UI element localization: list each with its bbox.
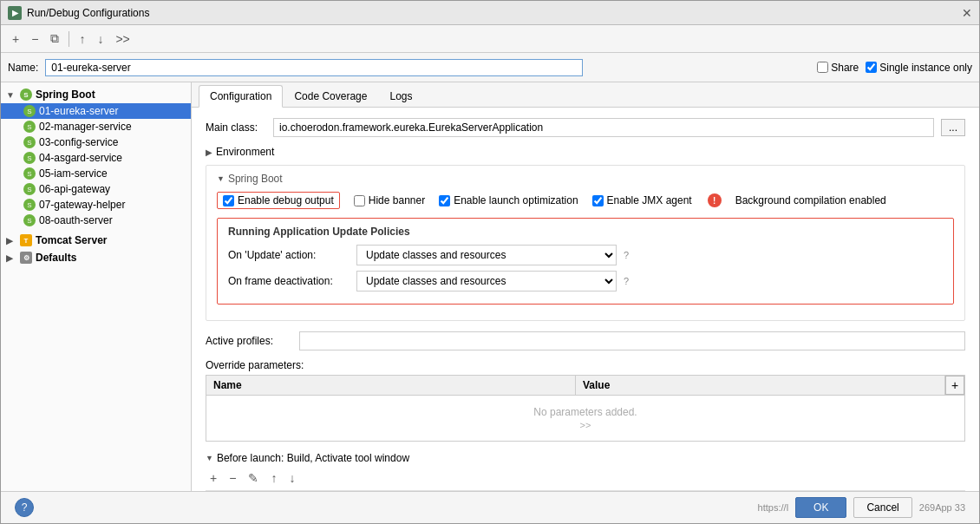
on-frame-help-icon[interactable]: ? xyxy=(624,276,629,286)
bl-move-up-button[interactable]: ↑ xyxy=(266,469,281,487)
sidebar-item-01-eureka-server[interactable]: S 01-eureka-server xyxy=(1,103,191,119)
sidebar-item-02-manager-service[interactable]: S 02-manager-service xyxy=(1,119,191,134)
item-icon-7: S xyxy=(23,214,36,226)
before-launch-toolbar: + − ✎ ↑ ↓ xyxy=(206,469,965,487)
before-launch-header: ▼ Before launch: Build, Activate tool wi… xyxy=(206,452,965,464)
sidebar-item-03-config-service[interactable]: S 03-config-service xyxy=(1,134,191,150)
on-frame-label: On frame deactivation: xyxy=(228,275,350,287)
name-input[interactable] xyxy=(45,59,583,76)
expand-icon: ▼ xyxy=(6,90,16,100)
environment-section-header[interactable]: ▶ Environment xyxy=(206,146,965,158)
browse-main-class-button[interactable]: ... xyxy=(941,119,965,136)
sidebar-item-08-oauth-server[interactable]: S 08-oauth-server xyxy=(1,213,191,228)
bottom-bar: ? https://l OK Cancel 269App 33 xyxy=(1,491,979,523)
environment-arrow: ▶ xyxy=(206,147,212,157)
more-button[interactable]: >> xyxy=(111,29,134,49)
copy-config-button[interactable]: ⧉ xyxy=(46,29,63,49)
on-frame-row: On frame deactivation: Update classes an… xyxy=(228,271,943,291)
cancel-button[interactable]: Cancel xyxy=(853,497,911,518)
policies-title: Running Application Update Policies xyxy=(228,226,943,238)
override-params-section: Override parameters: Name Value + No par… xyxy=(206,359,965,442)
on-update-help-icon[interactable]: ? xyxy=(624,250,629,260)
tomcat-icon: T xyxy=(20,234,32,246)
item-icon-2: S xyxy=(23,136,36,148)
title-bar: ▶ Run/Debug Configurations ✕ xyxy=(1,1,979,25)
bl-edit-button[interactable]: ✎ xyxy=(244,469,263,487)
defaults-group-header[interactable]: ▶ ⚙ Defaults xyxy=(1,249,191,266)
on-update-select[interactable]: Update classes and resources xyxy=(356,245,617,265)
tomcat-group-header[interactable]: ▶ T Tomcat Server xyxy=(1,232,191,249)
name-col-header: Name xyxy=(206,376,576,395)
sidebar-item-05-iam-service[interactable]: S 05-iam-service xyxy=(1,166,191,181)
item-label-7: 08-oauth-server xyxy=(39,214,113,226)
name-label: Name: xyxy=(8,62,38,74)
tab-code-coverage[interactable]: Code Coverage xyxy=(283,85,378,107)
add-param-button[interactable]: + xyxy=(945,376,964,395)
share-checkbox[interactable] xyxy=(817,62,828,73)
sidebar-item-04-asgard-service[interactable]: S 04-asgard-service xyxy=(1,150,191,166)
share-checkbox-label: Share xyxy=(817,62,859,74)
tab-logs[interactable]: Logs xyxy=(378,85,423,107)
toolbar: + − ⧉ ↑ ↓ >> xyxy=(1,25,979,53)
bl-add-button[interactable]: + xyxy=(206,469,221,487)
value-col-header: Value xyxy=(576,376,945,395)
item-label-5: 06-api-gateway xyxy=(39,183,110,195)
help-button[interactable]: ? xyxy=(15,498,34,517)
tomcat-label: Tomcat Server xyxy=(36,234,107,246)
enable-launch-checkbox[interactable] xyxy=(439,195,450,206)
params-table-body: No parameters added. >> xyxy=(206,396,964,441)
active-profiles-label: Active profiles: xyxy=(206,335,292,347)
sidebar-item-06-api-gateway[interactable]: S 06-api-gateway xyxy=(1,181,191,197)
policies-section: Running Application Update Policies On '… xyxy=(217,218,954,305)
main-class-input[interactable] xyxy=(273,118,934,137)
enable-debug-text: Enable debug output xyxy=(238,194,334,206)
separator xyxy=(69,31,69,47)
enable-launch-label: Enable launch optimization xyxy=(439,194,578,206)
active-profiles-row: Active profiles: xyxy=(206,331,965,350)
enable-jmx-label: Enable JMX agent xyxy=(592,194,692,206)
spring-boot-group-header[interactable]: ▼ S Spring Boot xyxy=(1,86,191,103)
name-bar: Name: Share Single instance only xyxy=(1,53,979,82)
item-label-6: 07-gateway-helper xyxy=(39,199,125,211)
single-instance-checkbox[interactable] xyxy=(866,62,877,73)
params-table: Name Value + No parameters added. >> xyxy=(206,375,965,442)
close-button[interactable]: ✕ xyxy=(962,6,972,20)
item-label-3: 04-asgard-service xyxy=(39,152,122,164)
item-label-4: 05-iam-service xyxy=(39,167,108,180)
enable-launch-text: Enable launch optimization xyxy=(454,194,578,206)
ok-button[interactable]: OK xyxy=(795,497,846,518)
single-instance-label: Single instance only xyxy=(866,62,972,74)
tab-configuration[interactable]: Configuration xyxy=(199,85,283,108)
sidebar-item-07-gateway-helper[interactable]: S 07-gateway-helper xyxy=(1,197,191,213)
defaults-icon: ⚙ xyxy=(20,252,32,264)
item-icon-1: S xyxy=(23,121,36,133)
move-down-button[interactable]: ↓ xyxy=(93,29,108,49)
on-frame-select[interactable]: Update classes and resources xyxy=(356,271,617,291)
tomcat-expand-icon: ▶ xyxy=(6,236,16,246)
active-profiles-input[interactable] xyxy=(299,331,965,350)
bl-remove-button[interactable]: − xyxy=(225,469,240,487)
item-icon-0: S xyxy=(23,105,36,117)
before-launch-title: Before launch: Build, Activate tool wind… xyxy=(217,452,409,464)
configuration-panel: Main class: ... ▶ Environment Spring Boo… xyxy=(192,108,979,491)
hide-banner-label: Hide banner xyxy=(354,194,425,206)
spring-boot-section-title: Spring Boot xyxy=(217,173,954,185)
on-update-label: On 'Update' action: xyxy=(228,249,350,261)
enable-jmx-checkbox[interactable] xyxy=(592,195,604,206)
item-icon-5: S xyxy=(23,183,36,195)
item-label-2: 03-config-service xyxy=(39,136,118,148)
defaults-label: Defaults xyxy=(36,252,76,264)
enable-debug-checkbox[interactable] xyxy=(223,195,234,206)
defaults-expand-icon: ▶ xyxy=(6,253,16,263)
remove-config-button[interactable]: − xyxy=(27,29,42,49)
move-up-button[interactable]: ↑ xyxy=(75,29,89,49)
version-text: 269App 33 xyxy=(919,502,965,513)
add-config-button[interactable]: + xyxy=(8,29,23,49)
override-params-label: Override parameters: xyxy=(206,359,965,371)
hide-banner-text: Hide banner xyxy=(369,194,425,206)
window-title: Run/Debug Configurations xyxy=(27,7,149,19)
bl-move-down-button[interactable]: ↓ xyxy=(284,469,299,487)
hide-banner-checkbox[interactable] xyxy=(354,195,365,206)
on-update-row: On 'Update' action: Update classes and r… xyxy=(228,245,943,265)
item-icon-3: S xyxy=(23,152,36,164)
